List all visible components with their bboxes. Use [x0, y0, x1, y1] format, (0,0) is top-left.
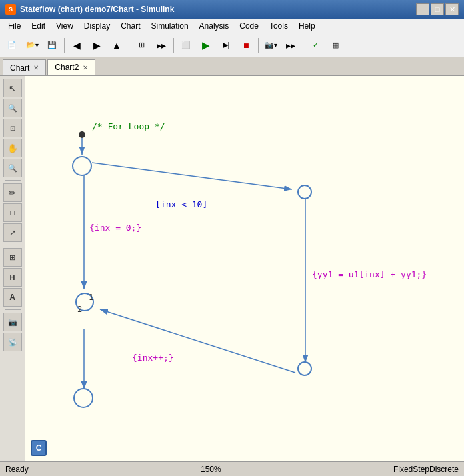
menu-edit[interactable]: Edit [26, 20, 51, 32]
junction-label-2: 2 [77, 305, 82, 314]
window-title: Stateflow (chart) demo7/Chart - Simulink [20, 5, 174, 14]
maximize-button[interactable]: □ [431, 3, 444, 15]
lt-zoom-in[interactable]: 🔍 [3, 99, 22, 117]
state-bottom-right[interactable] [297, 361, 312, 376]
lt-text[interactable]: A [3, 288, 22, 307]
toolbar: 📄 📂▾ 💾 ◀ ▶ ▲ ⊞ ▸▸ ⬜ ▶ ▶| ⏹ 📷▾ ▸▸ ✓ ▦ [0, 33, 464, 57]
lt-sep2 [5, 245, 21, 245]
title-bar: S Stateflow (chart) demo7/Chart - Simuli… [0, 0, 464, 19]
lt-zoom-fit[interactable]: 🔍 [3, 159, 22, 177]
toolbar-model[interactable]: ⊞ [132, 36, 151, 55]
zoom-level: 150% [201, 465, 221, 474]
menu-display[interactable]: Display [79, 20, 115, 32]
lt-sep3 [5, 309, 21, 310]
menu-chart[interactable]: Chart [115, 20, 145, 32]
svg-line-6 [100, 309, 295, 373]
toolbar-open-dropdown[interactable]: 📂▾ [23, 36, 41, 55]
svg-line-4 [92, 163, 292, 189]
lt-pan[interactable]: ✋ [3, 139, 22, 157]
state-top-right[interactable] [297, 185, 312, 199]
lt-camera[interactable]: 📷 [3, 313, 22, 331]
tab-chart2[interactable]: Chart2 ✕ [47, 59, 95, 75]
solver-type: FixedStepDiscrete [393, 465, 459, 474]
for-loop-comment: /* For Loop */ [92, 121, 165, 131]
menu-simulation[interactable]: Simulation [146, 20, 194, 32]
toolbar-forward[interactable]: ▶ [87, 36, 106, 55]
condition-inx-lt10: [inx < 10] [155, 199, 207, 209]
sep5 [303, 38, 303, 53]
minimize-button[interactable]: _ [416, 3, 429, 15]
menu-view[interactable]: View [51, 20, 79, 32]
tab-bar: Chart ✕ Chart2 ✕ [0, 57, 464, 76]
menu-code[interactable]: Code [234, 20, 264, 32]
menu-analysis[interactable]: Analysis [194, 20, 235, 32]
lt-history[interactable]: H [3, 268, 22, 287]
toolbar-new[interactable]: 📄 [3, 36, 21, 55]
toolbar-cursor[interactable]: ⬜ [177, 36, 195, 55]
menu-tools[interactable]: Tools [264, 20, 293, 32]
c-language-badge: C [31, 440, 47, 456]
toolbar-screenshot-dropdown[interactable]: 📷▾ [261, 36, 280, 55]
menu-help[interactable]: Help [293, 20, 321, 32]
tab-chart2-close[interactable]: ✕ [83, 64, 88, 71]
toolbar-more2[interactable]: ▸▸ [281, 36, 300, 55]
action-yy1: {yy1 = u1[inx] + yy1;} [312, 269, 427, 279]
lt-pencil[interactable]: ✏ [3, 183, 22, 202]
lt-select[interactable]: ↖ [3, 79, 22, 97]
tab-chart-close[interactable]: ✕ [33, 64, 39, 71]
toolbar-more[interactable]: ▸▸ [152, 36, 171, 55]
state-bottom-exit[interactable] [73, 388, 93, 408]
toolbar-check[interactable]: ✓ [306, 36, 325, 55]
toolbar-save[interactable]: 💾 [43, 36, 61, 55]
toolbar-stop[interactable]: ⏹ [237, 36, 255, 55]
toolbar-step[interactable]: ▶| [217, 36, 235, 55]
action-inx-zero: {inx = 0;} [89, 223, 141, 233]
left-toolbar: ↖ 🔍 ⊡ ✋ 🔍 ✏ □ ↗ ⊞ H A 📷 📡 [0, 76, 25, 461]
lt-sep1 [5, 180, 21, 181]
toolbar-run[interactable]: ▶ [197, 36, 215, 55]
close-button[interactable]: ✕ [445, 3, 459, 15]
svg-point-2 [79, 131, 85, 138]
menu-bar: File Edit View Display Chart Simulation … [0, 19, 464, 33]
status-text: Ready [5, 465, 29, 474]
toolbar-grid[interactable]: ▦ [326, 36, 345, 55]
action-inx-inc: {inx++;} [132, 353, 174, 363]
state-top-left[interactable] [72, 156, 92, 176]
window-controls[interactable]: _ □ ✕ [416, 3, 459, 15]
tab-chart[interactable]: Chart ✕ [3, 59, 46, 75]
toolbar-up[interactable]: ▲ [107, 36, 126, 55]
lt-rectangle[interactable]: □ [3, 203, 22, 222]
junction-label-1: 1 [89, 293, 93, 302]
tab-chart2-label: Chart2 [55, 63, 79, 72]
sep2 [129, 38, 129, 53]
sep3 [173, 38, 174, 53]
lt-arrow[interactable]: ↗ [3, 223, 22, 242]
sep1 [64, 38, 65, 53]
lt-antenna[interactable]: 📡 [3, 333, 22, 351]
diagram-canvas[interactable]: /* For Loop */ {inx = 0;} [inx < 10] {yy… [25, 76, 464, 461]
sep4 [258, 38, 259, 53]
menu-file[interactable]: File [3, 20, 26, 32]
status-bar: Ready 150% FixedStepDiscrete [0, 461, 464, 476]
lt-zoom-area[interactable]: ⊡ [3, 119, 22, 137]
main-area: ↖ 🔍 ⊡ ✋ 🔍 ✏ □ ↗ ⊞ H A 📷 📡 [0, 76, 464, 461]
app-icon: S [5, 4, 16, 15]
lt-table[interactable]: ⊞ [3, 248, 22, 267]
toolbar-back[interactable]: ◀ [67, 36, 86, 55]
tab-chart-label: Chart [10, 63, 29, 73]
